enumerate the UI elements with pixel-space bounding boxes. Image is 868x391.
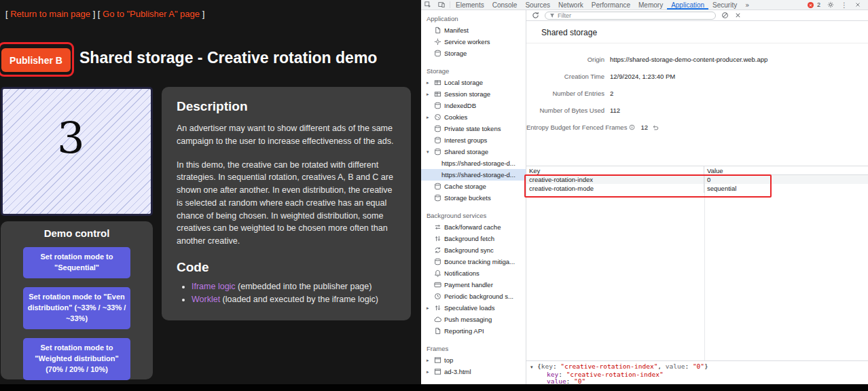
tab-application[interactable]: Application [667,0,708,10]
page-title: Shared storage - Creative rotation demo [79,49,377,67]
sidebar-item-storage-buckets[interactable]: Storage buckets [421,192,526,204]
preview-separator: : [553,362,560,370]
sidebar-item-shared-storage-origin-1[interactable]: https://shared-storage-d... [421,157,526,169]
devtools-menu-icon[interactable]: ⋮ [841,1,848,9]
clock-icon [434,293,441,300]
tab-console[interactable]: Console [488,0,522,10]
set-even-distribution-button[interactable]: Set rotation mode to "Even distribution"… [23,287,130,329]
sidebar-item-session-storage[interactable]: ▸ Session storage [421,88,526,100]
sidebar-item-cache-storage[interactable]: Cache storage [421,181,526,192]
table-row-creative-rotation-index[interactable]: creative-rotation-index 0 [526,175,868,184]
column-header-key[interactable]: Key [526,166,704,174]
tab-security[interactable]: Security [708,0,741,10]
sidebar-item-label: Service workers [444,38,490,45]
meta-label: Number of Entries [526,90,604,97]
error-count[interactable]: 2 [817,1,820,8]
publisher-a-page-link[interactable]: Go to "Publisher A" page [103,9,200,19]
cell-key: creative-rotation-mode [526,184,704,193]
table-header-row: Key Value [526,166,868,175]
database-icon [434,50,441,57]
iframe-logic-link[interactable]: Iframe logic [192,282,236,291]
worklet-link[interactable]: Worklet [192,295,220,304]
sidebar-item-manifest[interactable]: Manifest [421,24,526,36]
sidebar-item-label: top [444,356,453,364]
sidebar-item-label: IndexedDB [444,102,476,109]
application-sidebar: Application Manifest Service workers Sto… [421,10,526,391]
sidebar-item-push-messaging[interactable]: Push messaging [421,314,526,325]
sidebar-item-interest-groups[interactable]: Interest groups [421,134,526,146]
preview-string-value: "creative-rotation-index" [566,371,664,378]
sidebar-item-back-forward-cache[interactable]: Back/forward cache [421,221,526,233]
preview-prop-name: key [541,362,553,370]
preview-prop-name: value [666,362,685,370]
meta-label: Number of Bytes Used [526,107,604,114]
panel-title: Shared storage [526,21,868,43]
sidebar-item-label: Push messaging [444,316,492,323]
settings-gear-icon[interactable] [824,1,837,8]
tab-performance[interactable]: Performance [587,0,634,10]
reset-budget-icon[interactable] [652,124,659,131]
return-main-page-link[interactable]: Return to main page [10,9,90,19]
top-nav: [ Return to main page ] [ Go to "Publish… [5,9,204,19]
sidebar-section-storage[interactable]: Storage [421,65,526,77]
sidebar-item-label: Background sync [444,246,494,254]
sidebar-item-reporting-api[interactable]: Reporting API [421,325,526,337]
tab-sources[interactable]: Sources [521,0,554,10]
meta-value: 2 [610,90,613,97]
sidebar-item-periodic-background-sync[interactable]: Periodic background s... [421,291,526,302]
sidebar-item-service-workers[interactable]: Service workers [421,36,526,48]
sidebar-item-cookies[interactable]: ▸ Cookies [421,111,526,123]
sidebar-item-storage[interactable]: Storage [421,48,526,59]
sidebar-item-background-sync[interactable]: Background sync [421,244,526,256]
sidebar-item-speculative-loads[interactable]: ▸ Speculative loads [421,302,526,314]
sidebar-item-local-storage[interactable]: ▸ Local storage [421,77,526,88]
database-icon [434,194,441,202]
screen: [ Return to main page ] [ Go to "Publish… [0,0,868,391]
refresh-icon[interactable] [532,12,539,19]
tab-elements[interactable]: Elements [452,0,488,10]
set-sequential-button[interactable]: Set rotation mode to "Sequential" [23,247,130,278]
close-devtools-icon[interactable] [851,1,865,8]
publisher-b-button[interactable]: Publisher B [1,48,71,72]
device-toolbar-icon[interactable] [435,0,448,10]
sidebar-section-background-services[interactable]: Background services [421,210,526,221]
tab-memory[interactable]: Memory [634,0,667,10]
sidebar-item-label: Interest groups [444,136,487,144]
error-count-icon[interactable]: ✕ [808,2,814,8]
sidebar-section-frames[interactable]: Frames [421,343,526,354]
database-icon [434,148,441,155]
delete-all-icon[interactable] [721,12,729,19]
database-icon [434,183,441,190]
chevron-down-icon: ▾ [427,149,431,155]
credit-card-icon [434,281,441,288]
set-weighted-distribution-button[interactable]: Set rotation mode to "Weighted distribut… [23,338,130,380]
sidebar-item-background-fetch[interactable]: Background fetch [421,233,526,244]
sidebar-item-frame-top[interactable]: ▸ top [421,354,526,366]
meta-label: Entropy Budget for Fenced Frames [526,124,635,131]
sidebar-item-private-state-tokens[interactable]: Private state tokens [421,123,526,134]
sidebar-item-payment-handler[interactable]: Payment handler [421,279,526,291]
table-icon [434,79,441,86]
chevron-right-icon: ▸ [427,369,431,375]
inspect-element-icon[interactable] [421,0,435,10]
tab-network[interactable]: Network [554,0,587,10]
expand-arrow-icon[interactable]: ▾ [530,364,537,371]
info-icon[interactable] [629,124,635,130]
description-paragraph-1: An advertiser may want to show different… [177,122,396,148]
sidebar-item-bounce-tracking[interactable]: Bounce tracking mitiga... [421,256,526,267]
table-row-creative-rotation-mode[interactable]: creative-rotation-mode sequential [526,184,868,193]
sidebar-item-notifications[interactable]: Notifications [421,267,526,279]
shared-storage-panel: Filter Shared storage Origin https://sha… [526,10,868,391]
sidebar-item-indexeddb[interactable]: IndexedDB [421,100,526,111]
sidebar-item-shared-storage[interactable]: ▾ Shared storage [421,146,526,157]
table-column-divider [704,175,705,360]
sidebar-item-frame-ad3[interactable]: ▸ ad-3.html [421,366,526,377]
sidebar-section-application[interactable]: Application [421,13,526,24]
storage-entries-table: Key Value creative-rotation-index 0 crea… [526,166,868,193]
sidebar-item-label: Background fetch [444,235,494,242]
delete-selected-icon[interactable] [734,12,742,19]
more-tabs-button[interactable]: » [741,0,753,10]
sidebar-item-shared-storage-origin-2[interactable]: https://shared-storage-d... [421,169,526,181]
column-header-value[interactable]: Value [704,166,868,174]
filter-input[interactable]: Filter [545,12,716,20]
